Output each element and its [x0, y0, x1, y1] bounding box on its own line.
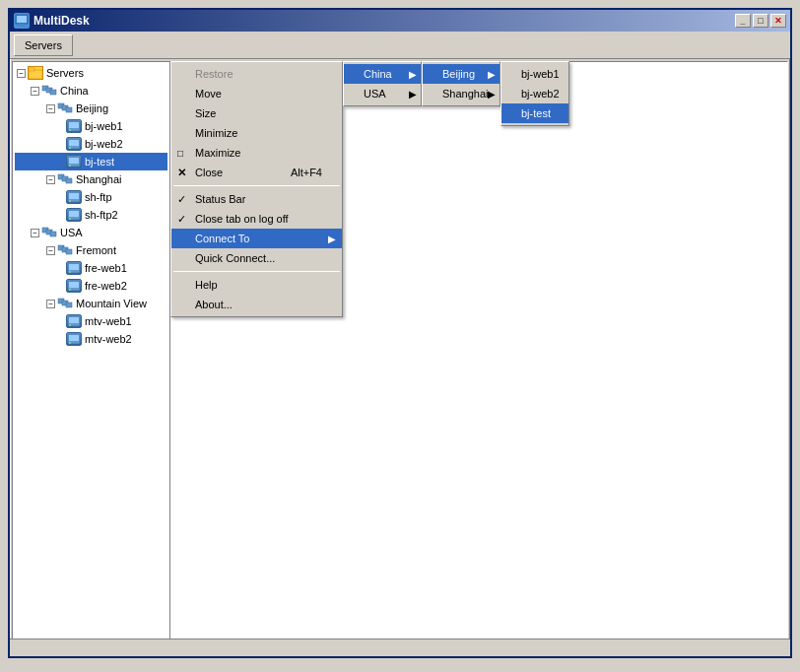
menu-item-status-bar[interactable]: ✓ Status Bar: [171, 189, 342, 209]
tree-item-sh-ftp[interactable]: sh-ftp: [15, 188, 167, 206]
maximize-label: Maximize: [195, 147, 240, 159]
status-bar-label: Status Bar: [195, 193, 245, 205]
move-label: Move: [195, 88, 222, 100]
menu-item-quick-connect[interactable]: Quick Connect...: [171, 248, 342, 268]
tree-label-mountain-view: Mountain View: [76, 298, 147, 309]
menu-item-size[interactable]: Size: [171, 103, 342, 123]
submenu-china-label: China: [364, 68, 392, 80]
menu-separator-2: [173, 271, 340, 272]
expand-china[interactable]: −: [31, 87, 39, 96]
menu-item-about[interactable]: About...: [171, 295, 342, 314]
status-bar-check: ✓: [177, 193, 186, 206]
title-bar-left: MultiDesk: [14, 13, 90, 29]
tree-label-bj-test: bj-test: [85, 156, 114, 168]
svg-point-17: [69, 147, 71, 149]
expand-mountain-view[interactable]: −: [46, 300, 55, 308]
tree-item-beijing[interactable]: − Beijing: [15, 100, 167, 117]
expand-shanghai[interactable]: −: [46, 175, 55, 184]
submenu-shanghai[interactable]: Shanghai ▶: [423, 84, 500, 103]
menu-item-minimize[interactable]: Minimize: [171, 123, 342, 143]
tree-label-beijing: Beijing: [76, 102, 108, 114]
status-bar: [10, 638, 790, 656]
server-icon-sh-ftp2: [66, 208, 82, 222]
tree-item-china[interactable]: − China: [15, 82, 167, 100]
tree-label-china: China: [60, 85, 89, 97]
svg-rect-25: [69, 193, 79, 199]
tree-item-bj-web1[interactable]: bj-web1: [15, 117, 167, 135]
connect-to-arrow: ▶: [328, 234, 336, 244]
tree-label-usa: USA: [60, 227, 83, 238]
tree-item-fre-web1[interactable]: fre-web1: [15, 259, 167, 277]
submenu-level3: bj-web1 bj-web2 bj-test: [500, 61, 569, 126]
expand-servers[interactable]: −: [17, 69, 26, 78]
close-tab-check: ✓: [177, 213, 186, 226]
menu-item-restore[interactable]: Restore: [171, 64, 342, 84]
svg-rect-37: [69, 264, 79, 270]
restore-label: Restore: [195, 68, 233, 80]
context-menu: Restore Move Size Minimize □ Maximize ✕ …: [170, 61, 343, 317]
expand-usa[interactable]: −: [31, 229, 39, 237]
server-icon-bj-web1: [66, 119, 82, 133]
submenu-china[interactable]: China ▶: [344, 64, 421, 84]
svg-point-38: [69, 271, 71, 273]
menu-item-connect-to[interactable]: Connect To ▶: [171, 229, 342, 248]
svg-rect-44: [66, 302, 72, 307]
tree-item-shanghai[interactable]: − Shanghai: [15, 170, 167, 188]
svg-point-50: [69, 342, 71, 344]
group-icon-mountain-view: [57, 297, 73, 310]
group-icon-beijing: [57, 101, 73, 115]
tree-label-bj-web2: bj-web2: [85, 138, 123, 150]
expand-beijing[interactable]: −: [46, 104, 55, 113]
submenu-bj-web2[interactable]: bj-web2: [501, 84, 568, 103]
menu-item-close-tab[interactable]: ✓ Close tab on log off: [171, 209, 342, 229]
svg-rect-11: [66, 107, 72, 112]
tree-item-servers[interactable]: − Servers: [15, 64, 167, 82]
title-bar: MultiDesk _ □ ✕: [10, 10, 790, 32]
tree-item-mountain-view[interactable]: − Mountain View: [15, 295, 167, 312]
svg-rect-23: [66, 178, 72, 183]
minimize-button[interactable]: _: [735, 14, 751, 28]
menu-separator-1: [173, 185, 340, 186]
tree-item-sh-ftp2[interactable]: sh-ftp2: [15, 206, 167, 224]
connect-to-label: Connect To: [195, 233, 249, 244]
server-icon-bj-test: [66, 155, 82, 168]
tree-item-fremont[interactable]: − Fremont: [15, 241, 167, 259]
server-icon-fre-web2: [66, 279, 82, 293]
server-icon-sh-ftp: [66, 190, 82, 204]
tree-item-fre-web2[interactable]: fre-web2: [15, 277, 167, 295]
menu-item-maximize[interactable]: □ Maximize: [171, 143, 342, 163]
tree-label-sh-ftp2: sh-ftp2: [85, 209, 118, 221]
svg-point-26: [69, 200, 71, 202]
menu-item-help[interactable]: Help: [171, 275, 342, 295]
servers-tab[interactable]: Servers: [14, 34, 73, 56]
tree-item-mtv-web1[interactable]: mtv-web1: [15, 312, 167, 330]
tree-label-shanghai: Shanghai: [76, 173, 122, 185]
svg-rect-46: [69, 317, 79, 323]
svg-rect-40: [69, 282, 79, 288]
submenu-bj-web1[interactable]: bj-web1: [501, 64, 568, 84]
tree-label-fre-web2: fre-web2: [85, 280, 127, 292]
shanghai-arrow: ▶: [488, 89, 496, 100]
tree-item-mtv-web2[interactable]: mtv-web2: [15, 330, 167, 348]
svg-rect-19: [69, 158, 79, 164]
menu-item-move[interactable]: Move: [171, 84, 342, 103]
tree-item-bj-test[interactable]: bj-test: [15, 153, 167, 170]
main-window: MultiDesk _ □ ✕ Servers − S: [8, 8, 792, 658]
quick-connect-label: Quick Connect...: [195, 252, 275, 264]
maximize-button[interactable]: □: [753, 14, 768, 28]
svg-point-20: [69, 165, 71, 167]
main-area: − Servers −: [12, 61, 788, 656]
close-button[interactable]: ✕: [770, 14, 786, 28]
expand-fremont[interactable]: −: [46, 246, 55, 255]
tree-item-bj-web2[interactable]: bj-web2: [15, 135, 167, 153]
submenu-bj-web2-label: bj-web2: [521, 88, 560, 100]
submenu-bj-test[interactable]: bj-test: [501, 103, 568, 123]
tree-item-usa[interactable]: − USA: [15, 224, 167, 241]
menu-item-close[interactable]: ✕ Close Alt+F4: [171, 163, 342, 182]
submenu-beijing[interactable]: Beijing ▶: [423, 64, 500, 84]
svg-rect-32: [50, 232, 56, 236]
server-icon-fre-web1: [66, 261, 82, 275]
tree-panel[interactable]: − Servers −: [13, 62, 170, 655]
submenu-usa-label: USA: [364, 88, 386, 100]
submenu-usa[interactable]: USA ▶: [344, 84, 421, 103]
